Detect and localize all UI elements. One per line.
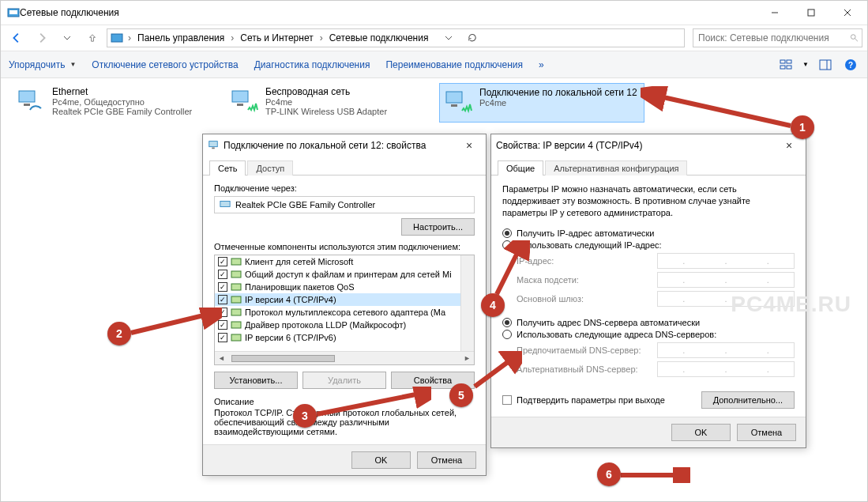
organize-menu[interactable]: Упорядочить ▼ xyxy=(9,59,76,70)
marker-6: 6 xyxy=(597,462,621,486)
tab-access[interactable]: Доступ xyxy=(247,160,293,176)
checkbox-icon[interactable]: ✓ xyxy=(218,320,227,330)
ok-button[interactable]: OK xyxy=(351,451,411,469)
radio-auto-dns[interactable]: Получить адрес DNS-сервера автоматически xyxy=(502,318,795,327)
description-text: Протокол TCP/IP. Стандартный протокол гл… xyxy=(214,408,475,436)
tab-general[interactable]: Общие xyxy=(498,160,543,176)
svg-rect-13 xyxy=(820,60,831,70)
radio-auto-ip[interactable]: Получить IP-адрес автоматически xyxy=(502,228,795,238)
wireless-icon xyxy=(229,86,261,118)
connection-ethernet[interactable]: Ethernet Pc4me, Общедоступно Realtek PCI… xyxy=(13,83,218,121)
marker-3: 3 xyxy=(293,404,317,428)
component-row[interactable]: ✓Драйвер протокола LLDP (Майкрософт) xyxy=(215,319,474,331)
marker-4: 4 xyxy=(481,293,505,317)
minimize-button[interactable] xyxy=(757,1,793,25)
scrollbar-horizontal[interactable]: ◄► xyxy=(215,351,474,364)
svg-rect-9 xyxy=(780,60,785,63)
connection-wireless[interactable]: Беспроводная сеть Pc4me TP-LINK Wireless… xyxy=(226,83,431,121)
search-icon xyxy=(850,33,859,43)
tab-network[interactable]: Сеть xyxy=(209,160,246,176)
local-connection-icon xyxy=(443,87,475,119)
configure-button[interactable]: Настроить... xyxy=(401,218,475,236)
component-icon xyxy=(231,320,242,330)
component-label: Общий доступ к файлам и принтерам для се… xyxy=(245,270,452,279)
component-row[interactable]: ✓Планировщик пакетов QoS xyxy=(215,281,474,293)
forward-button[interactable] xyxy=(31,27,53,49)
crumb-2[interactable]: Сеть и Интернет xyxy=(239,31,314,45)
svg-rect-22 xyxy=(451,104,457,107)
checkbox-icon[interactable]: ✓ xyxy=(218,282,227,292)
crumb-3[interactable]: Сетевые подключения xyxy=(328,31,430,45)
back-button[interactable] xyxy=(6,27,28,49)
checkbox-icon[interactable]: ✓ xyxy=(218,308,227,317)
crumb-1[interactable]: Панель управления xyxy=(136,31,226,45)
svg-rect-20 xyxy=(237,104,243,106)
details-pane-button[interactable] xyxy=(817,56,834,74)
cancel-button[interactable]: Отмена xyxy=(737,424,796,441)
component-row[interactable]: ✓IP версии 6 (TCP/IPv6) xyxy=(215,331,474,344)
arrow-6 xyxy=(619,467,690,483)
recent-dropdown[interactable] xyxy=(56,27,78,49)
install-button[interactable]: Установить... xyxy=(214,372,298,389)
path-dropdown[interactable] xyxy=(438,27,460,49)
components-list[interactable]: ✓Клиент для сетей Microsoft✓Общий доступ… xyxy=(214,255,475,365)
component-row[interactable]: ✓Общий доступ к файлам и принтерам для с… xyxy=(215,268,474,281)
close-icon[interactable]: × xyxy=(777,139,801,152)
crumb-sep: › xyxy=(128,32,131,43)
window-titlebar: Сетевые подключения xyxy=(1,1,867,25)
dialog-titlebar[interactable]: Свойства: IP версии 4 (TCP/IPv4) × xyxy=(491,134,806,157)
svg-line-8 xyxy=(855,39,858,42)
diagnose-button[interactable]: Диагностика подключения xyxy=(254,59,370,70)
svg-rect-18 xyxy=(24,104,30,106)
component-row[interactable]: ✓Клиент для сетей Microsoft xyxy=(215,255,474,268)
radio-manual-dns[interactable]: Использовать следующие адреса DNS-сервер… xyxy=(502,330,795,339)
svg-rect-28 xyxy=(231,284,241,290)
checkbox-icon[interactable]: ✓ xyxy=(218,257,227,266)
dialog-titlebar[interactable]: Подключение по локальной сети 12: свойст… xyxy=(203,134,486,157)
close-icon[interactable]: × xyxy=(457,139,481,152)
component-icon xyxy=(231,308,242,317)
help-button[interactable]: ? xyxy=(842,56,859,74)
svg-rect-1 xyxy=(9,10,17,14)
tab-alternate[interactable]: Альтернативная конфигурация xyxy=(545,160,687,176)
search-input[interactable] xyxy=(697,32,850,44)
rename-button[interactable]: Переименование подключения xyxy=(385,59,523,70)
window-title: Сетевые подключения xyxy=(20,7,757,18)
maximize-button[interactable] xyxy=(793,1,829,25)
advanced-button[interactable]: Дополнительно... xyxy=(701,391,795,409)
ethernet-icon xyxy=(16,86,47,118)
svg-rect-25 xyxy=(220,202,230,207)
cancel-button[interactable]: Отмена xyxy=(417,451,476,469)
component-icon xyxy=(231,257,242,266)
connection-name: Ethernet xyxy=(52,86,215,97)
dns1-field: ... xyxy=(657,342,795,358)
search-box[interactable] xyxy=(693,28,862,47)
component-row[interactable]: ✓IP версии 4 (TCP/IPv4) xyxy=(215,293,474,306)
svg-rect-21 xyxy=(446,92,462,103)
view-dropdown[interactable]: ▼ xyxy=(802,61,809,68)
path-box[interactable]: › Панель управления › Сеть и Интернет › … xyxy=(107,28,685,47)
connection-local-12[interactable]: Подключение по локальной сети 12 Pc4me xyxy=(439,83,644,123)
content-area: PC4ME.RU Ethernet Pc4me, Общедоступно Re… xyxy=(1,78,867,501)
view-layout-button[interactable] xyxy=(777,56,795,74)
svg-rect-31 xyxy=(231,322,241,328)
disable-device-button[interactable]: Отключение сетевого устройства xyxy=(92,59,238,70)
close-button[interactable] xyxy=(829,1,866,25)
nic-icon xyxy=(220,199,231,210)
marker-1: 1 xyxy=(791,115,814,139)
ok-button[interactable]: OK xyxy=(671,424,731,441)
scrollbar-vertical[interactable] xyxy=(460,255,474,351)
intro-text: Параметры IP можно назначать автоматичес… xyxy=(502,183,795,219)
checkbox-icon[interactable]: ✓ xyxy=(218,270,227,279)
svg-line-34 xyxy=(131,314,210,333)
marker-2: 2 xyxy=(107,322,131,345)
refresh-button[interactable] xyxy=(461,27,483,49)
svg-rect-30 xyxy=(231,309,241,315)
checkbox-icon[interactable]: ✓ xyxy=(218,333,227,342)
radio-manual-ip[interactable]: Использовать следующий IP-адрес: xyxy=(502,240,795,250)
more-commands[interactable]: » xyxy=(539,59,544,70)
component-row[interactable]: ✓Протокол мультиплексора сетевого адапте… xyxy=(215,306,474,319)
confirm-checkbox[interactable]: Подтвердить параметры при выходе xyxy=(502,395,665,405)
checkbox-icon[interactable]: ✓ xyxy=(218,295,227,304)
up-button[interactable] xyxy=(81,27,103,49)
